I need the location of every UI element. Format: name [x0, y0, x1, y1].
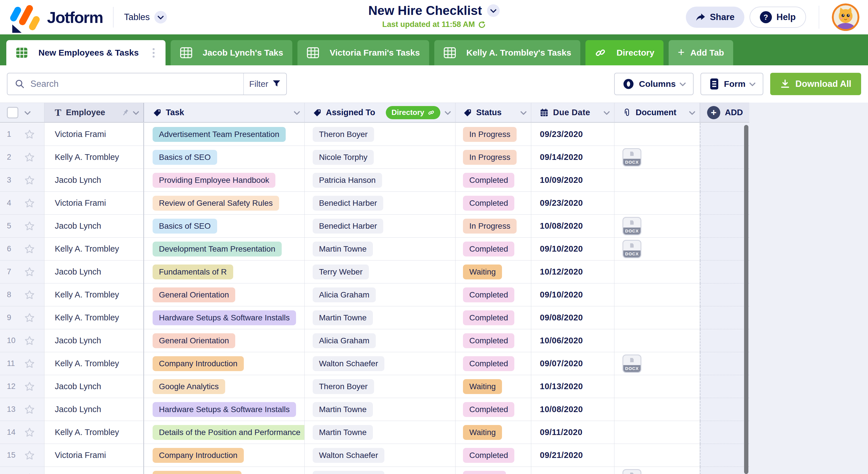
status-cell[interactable]: Completed: [456, 283, 531, 306]
column-header-assigned-to[interactable]: Assigned To Directory: [305, 103, 456, 122]
star-icon[interactable]: [24, 267, 35, 277]
employee-cell[interactable]: Victoria Frami: [44, 192, 144, 215]
task-cell[interactable]: Hardware Setups & Software Installs: [144, 398, 305, 421]
column-header-status[interactable]: Status: [456, 103, 531, 122]
star-icon[interactable]: [24, 312, 35, 323]
assigned-to-cell[interactable]: Alicia Graham: [305, 283, 456, 306]
chevron-down-icon[interactable]: [520, 108, 527, 115]
star-icon[interactable]: [24, 404, 35, 415]
status-cell[interactable]: In Progress: [456, 146, 531, 169]
star-icon[interactable]: [24, 221, 35, 232]
column-header-due-date[interactable]: Due Date: [531, 103, 614, 122]
task-cell[interactable]: Details of the Position and Performance: [144, 421, 305, 444]
document-cell[interactable]: [614, 444, 700, 467]
due-date-cell[interactable]: 10/13/2020: [531, 375, 614, 398]
task-cell[interactable]: Google Analytics: [144, 375, 305, 398]
document-cell[interactable]: DOCX: [614, 215, 700, 238]
docx-file-icon[interactable]: DOCX: [622, 217, 641, 235]
due-date-cell[interactable]: 09/11/2020: [531, 421, 614, 444]
tab-jacob-lynchs-taks[interactable]: Jacob Lynch's Taks: [171, 40, 292, 65]
star-icon[interactable]: [24, 427, 35, 438]
status-cell[interactable]: In Progress: [456, 215, 531, 238]
document-cell[interactable]: DOCX: [614, 146, 700, 169]
refresh-icon[interactable]: [478, 21, 486, 29]
tab-new-employees-tasks[interactable]: New Employees & Tasks: [6, 40, 165, 65]
star-icon[interactable]: [24, 335, 35, 346]
status-cell[interactable]: In Progress: [456, 123, 531, 146]
document-cell[interactable]: [614, 261, 700, 283]
share-button[interactable]: Share: [686, 7, 744, 28]
employee-cell[interactable]: Kelly A. Trombley: [44, 146, 144, 169]
search-input[interactable]: [30, 79, 236, 89]
chevron-down-icon[interactable]: [24, 108, 31, 115]
task-cell[interactable]: Basics of SEO: [144, 215, 305, 238]
task-cell[interactable]: Company Introduction: [144, 444, 305, 467]
download-all-button[interactable]: Download All: [770, 73, 861, 95]
tab-menu-icon[interactable]: [151, 46, 156, 59]
document-cell[interactable]: [614, 375, 700, 398]
assigned-to-cell[interactable]: Benedict Harber: [305, 215, 456, 238]
due-date-cell[interactable]: 10/08/2020: [531, 398, 614, 421]
directory-badge[interactable]: Directory: [386, 106, 440, 119]
task-cell[interactable]: Fundamentals of R: [144, 261, 305, 283]
search-box[interactable]: [7, 73, 243, 95]
chevron-down-icon[interactable]: [294, 108, 300, 115]
due-date-cell[interactable]: 09/10/2020: [531, 283, 614, 306]
tab-victoria-framis-tasks[interactable]: Victoria Frami's Tasks: [298, 40, 429, 65]
assigned-to-cell[interactable]: Patricia Hanson: [305, 169, 456, 192]
employee-cell[interactable]: Jacob Lynch: [44, 215, 144, 238]
assigned-to-cell[interactable]: [305, 467, 456, 474]
status-cell[interactable]: Completed: [456, 352, 531, 375]
employee-cell[interactable]: Victoria Frami: [44, 123, 144, 146]
assigned-to-cell[interactable]: Theron Boyer: [305, 375, 456, 398]
status-cell[interactable]: Waiting: [456, 261, 531, 283]
assigned-to-cell[interactable]: Terry Weber: [305, 261, 456, 283]
employee-cell[interactable]: Kelly A. Trombley: [44, 283, 144, 306]
column-header-employee[interactable]: T Employee: [44, 103, 144, 122]
task-cell[interactable]: Basics of SEO: [144, 146, 305, 169]
document-cell[interactable]: DOCX: [614, 467, 700, 474]
employee-cell[interactable]: Jacob Lynch: [44, 261, 144, 283]
document-cell[interactable]: [614, 283, 700, 306]
due-date-cell[interactable]: [531, 467, 614, 474]
document-cell[interactable]: [614, 306, 700, 329]
tab-add[interactable]: + Add Tab: [669, 40, 733, 65]
document-cell[interactable]: [614, 123, 700, 146]
employee-cell[interactable]: Jacob Lynch: [44, 375, 144, 398]
assigned-to-cell[interactable]: Walton Schaefer: [305, 352, 456, 375]
star-icon[interactable]: [24, 290, 35, 300]
status-cell[interactable]: [456, 467, 531, 474]
chevron-down-icon[interactable]: [133, 108, 140, 115]
status-cell[interactable]: Completed: [456, 444, 531, 467]
task-cell[interactable]: Development Team Presentation: [144, 238, 305, 261]
task-cell[interactable]: Review of General Safety Rules: [144, 192, 305, 215]
star-icon[interactable]: [24, 450, 35, 461]
tab-kelly-trombleys-tasks[interactable]: Kelly A. Trombley's Tasks: [434, 40, 581, 65]
document-cell[interactable]: DOCX: [614, 352, 700, 375]
document-cell[interactable]: [614, 421, 700, 444]
employee-cell[interactable]: Kelly A. Trombley: [44, 352, 144, 375]
assigned-to-cell[interactable]: Theron Boyer: [305, 123, 456, 146]
employee-cell[interactable]: Jacob Lynch: [44, 169, 144, 192]
due-date-cell[interactable]: 09/23/2020: [531, 192, 614, 215]
star-icon[interactable]: [24, 152, 35, 163]
document-cell[interactable]: DOCX: [614, 238, 700, 261]
star-icon[interactable]: [24, 244, 35, 255]
help-button[interactable]: ? Help: [749, 7, 806, 28]
add-column-button[interactable]: + ADD: [700, 103, 749, 122]
status-cell[interactable]: Waiting: [456, 375, 531, 398]
column-header-document[interactable]: Document: [614, 103, 700, 122]
status-cell[interactable]: Completed: [456, 192, 531, 215]
star-icon[interactable]: [24, 381, 35, 392]
employee-cell[interactable]: Kelly A. Trombley: [44, 421, 144, 444]
assigned-to-cell[interactable]: Martin Towne: [305, 421, 456, 444]
status-cell[interactable]: Completed: [456, 329, 531, 352]
vertical-scrollbar[interactable]: [744, 125, 748, 474]
jotform-logo[interactable]: Jotform: [9, 1, 103, 34]
columns-button[interactable]: Columns: [614, 73, 693, 95]
task-cell[interactable]: General Orientation: [144, 329, 305, 352]
document-cell[interactable]: [614, 192, 700, 215]
task-cell[interactable]: Company Introduction: [144, 352, 305, 375]
due-date-cell[interactable]: 09/10/2020: [531, 238, 614, 261]
chevron-down-icon[interactable]: [444, 108, 451, 115]
